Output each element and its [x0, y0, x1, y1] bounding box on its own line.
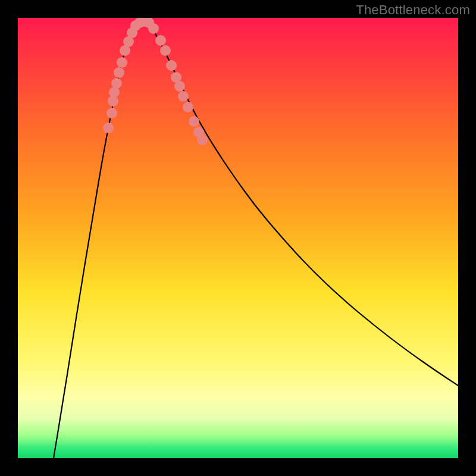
- curve-marker: [160, 45, 171, 56]
- curve-marker: [114, 67, 124, 78]
- watermark-text: TheBottleneck.com: [356, 2, 470, 18]
- curve-marker: [148, 23, 159, 34]
- curve-marker: [107, 108, 117, 118]
- curve-svg: [18, 18, 458, 458]
- curve-marker: [111, 78, 122, 89]
- chart-frame: TheBottleneck.com: [0, 0, 476, 476]
- curve-markers: [103, 18, 208, 145]
- curve-marker: [189, 116, 199, 127]
- curve-marker: [174, 81, 185, 92]
- plot-area: [18, 18, 458, 458]
- curve-marker: [178, 91, 189, 102]
- curve-marker: [166, 60, 177, 71]
- curve-marker: [117, 57, 127, 68]
- curve-marker: [155, 35, 166, 46]
- curve-marker: [183, 102, 193, 112]
- curve-marker: [197, 134, 208, 145]
- curve-marker: [103, 123, 114, 133]
